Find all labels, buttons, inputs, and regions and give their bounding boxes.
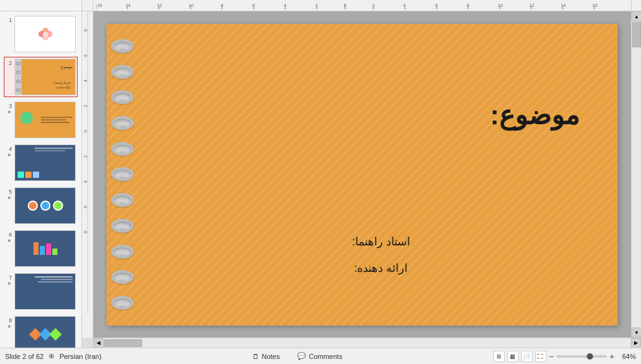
svg-text:4: 4 bbox=[83, 180, 88, 183]
slide-thumbnail-7[interactable]: 7 ★ bbox=[4, 271, 78, 312]
svg-text:0: 0 bbox=[83, 130, 88, 132]
slide-panel: 1 bbox=[0, 11, 82, 348]
scroll-right-button[interactable]: ▶ bbox=[631, 338, 641, 348]
slide-sorter-button[interactable]: ▦ bbox=[507, 351, 519, 362]
slide-thumb-2[interactable]: موضوع: استاد راهنما: ارائه دهنده: bbox=[15, 59, 76, 95]
scroll-thumb[interactable] bbox=[632, 22, 641, 47]
zoom-in-button[interactable]: + bbox=[609, 351, 615, 361]
status-left: Slide 2 of 62 ⊕ Persian (Iran) bbox=[5, 352, 102, 360]
status-right: ⊞ ▦ 📄 ⛶ − + 64% bbox=[493, 351, 636, 362]
svg-text:4: 4 bbox=[403, 3, 406, 8]
comments-icon: 💬 bbox=[297, 352, 306, 360]
slide-thumb-1[interactable] bbox=[15, 16, 76, 52]
slide-thumbnail-4[interactable]: 4 ★ bbox=[4, 143, 78, 183]
spiral-ring bbox=[111, 245, 134, 259]
right-scrollbar: ▲ ▼ bbox=[631, 11, 641, 338]
top-ruler: 16 14 12 10 8 6 4 2 0 2 4 bbox=[96, 0, 628, 9]
svg-text:10: 10 bbox=[498, 3, 503, 8]
svg-text:2: 2 bbox=[83, 155, 88, 158]
svg-text:12: 12 bbox=[157, 3, 162, 8]
h-scroll-thumb[interactable] bbox=[104, 339, 142, 347]
svg-text:6: 6 bbox=[435, 3, 438, 8]
slide-number-6: 6 bbox=[6, 232, 12, 238]
svg-point-38 bbox=[43, 32, 48, 37]
scroll-left-button[interactable]: ◀ bbox=[93, 338, 103, 348]
language-text: Persian (Iran) bbox=[59, 353, 102, 360]
zoom-slider[interactable] bbox=[556, 355, 607, 358]
svg-text:12: 12 bbox=[529, 3, 534, 8]
spiral-ring bbox=[111, 39, 134, 53]
spiral-ring bbox=[111, 296, 134, 310]
vertical-ruler: 8 6 4 2 0 2 4 6 8 bbox=[82, 11, 93, 338]
svg-text:0: 0 bbox=[344, 3, 346, 8]
slide-thumb-3[interactable] bbox=[15, 102, 76, 138]
svg-text:6: 6 bbox=[252, 3, 255, 8]
svg-text:6: 6 bbox=[83, 54, 88, 57]
zoom-slider-thumb[interactable] bbox=[587, 353, 593, 360]
slide-thumb-4[interactable] bbox=[15, 144, 76, 181]
spiral-ring bbox=[111, 142, 134, 156]
slide-footer-line2: ارائه دهنده: bbox=[354, 261, 408, 275]
spiral-binding bbox=[107, 24, 138, 326]
slide-thumb-7[interactable] bbox=[15, 273, 76, 310]
view-icons: ⊞ ▦ 📄 ⛶ bbox=[493, 351, 546, 362]
scroll-down-button[interactable]: ▼ bbox=[632, 327, 641, 338]
slide-number-3: 3 bbox=[6, 103, 12, 109]
slide-thumbnail-2[interactable]: 2 موضوع: استاد راهنما: ارائه دهن bbox=[4, 57, 78, 97]
slide-counter: Slide 2 of 62 bbox=[5, 353, 44, 360]
horizontal-scrollbar: ◀ ▶ bbox=[93, 338, 641, 348]
slide-thumb-8[interactable] bbox=[15, 316, 76, 348]
language-indicator: Persian (Iran) bbox=[59, 353, 102, 360]
svg-text:2: 2 bbox=[315, 3, 318, 8]
zoom-controls: − + 64% bbox=[549, 351, 636, 361]
slide-number-5: 5 bbox=[6, 189, 12, 195]
slide-thumb-6[interactable] bbox=[15, 230, 76, 267]
zoom-percent: 64% bbox=[617, 353, 636, 360]
slide-number-1: 1 bbox=[6, 17, 12, 23]
notes-icon: 🗒 bbox=[252, 353, 259, 360]
spiral-ring bbox=[111, 193, 134, 207]
comments-button[interactable]: 💬 Comments bbox=[295, 351, 344, 361]
spiral-ring bbox=[111, 219, 134, 233]
spiral-ring bbox=[111, 270, 134, 284]
slide-number-2: 2 bbox=[6, 60, 12, 66]
svg-text:6: 6 bbox=[83, 206, 88, 208]
slide-footer: استاد راهنما: ارائه دهنده: bbox=[144, 235, 618, 275]
reading-view-button[interactable]: 📄 bbox=[521, 351, 532, 362]
svg-text:8: 8 bbox=[221, 3, 223, 8]
svg-text:2: 2 bbox=[83, 105, 88, 107]
scroll-track bbox=[632, 21, 641, 327]
slide-thumbnail-5[interactable]: 5 ★ bbox=[4, 185, 78, 226]
svg-text:10: 10 bbox=[189, 3, 194, 8]
slide-thumbnail-8[interactable]: 8 ★ bbox=[4, 314, 78, 348]
svg-text:16: 16 bbox=[97, 3, 102, 8]
normal-view-button[interactable]: ⊞ bbox=[493, 351, 505, 362]
zoom-out-button[interactable]: − bbox=[549, 351, 554, 361]
svg-text:16: 16 bbox=[592, 3, 597, 8]
slide-thumbnail-1[interactable]: 1 bbox=[4, 14, 78, 54]
scroll-up-button[interactable]: ▲ bbox=[632, 11, 641, 21]
notes-button[interactable]: 🗒 Notes bbox=[250, 351, 283, 361]
h-scroll-track bbox=[103, 339, 631, 348]
slide-thumbnail-6[interactable]: 6 ★ bbox=[4, 228, 78, 269]
svg-text:4: 4 bbox=[284, 3, 286, 8]
slide-canvas-area: موضوع: استاد راهنما: ارائه دهنده: bbox=[93, 11, 631, 338]
slide-number-7: 7 bbox=[6, 274, 12, 281]
svg-text:8: 8 bbox=[467, 3, 469, 8]
status-center: 🗒 Notes 💬 Comments bbox=[109, 351, 486, 361]
spiral-ring bbox=[111, 65, 134, 79]
slide-number-4: 4 bbox=[6, 146, 12, 152]
comments-label: Comments bbox=[309, 353, 342, 360]
svg-text:8: 8 bbox=[83, 231, 88, 233]
slide-footer-line1: استاد راهنما: bbox=[352, 235, 410, 249]
svg-text:14: 14 bbox=[561, 3, 566, 8]
accessibility-icon: ⊕ bbox=[49, 352, 54, 360]
slide-thumbnail-3[interactable]: 3 ★ bbox=[4, 100, 78, 140]
slide-canvas: موضوع: استاد راهنما: ارائه دهنده: bbox=[107, 24, 618, 326]
slide-thumb-5[interactable] bbox=[15, 187, 76, 224]
spiral-ring bbox=[111, 90, 134, 104]
slide-title: موضوع: bbox=[490, 100, 580, 131]
slideshow-button[interactable]: ⛶ bbox=[535, 351, 546, 362]
spiral-ring bbox=[111, 116, 134, 130]
notes-label: Notes bbox=[262, 353, 280, 360]
